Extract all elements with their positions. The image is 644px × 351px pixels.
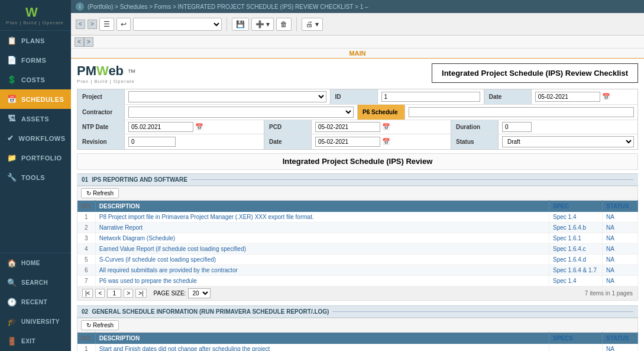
next-page-btn-1[interactable]: > [124, 289, 133, 298]
last-page-btn-1[interactable]: >| [135, 289, 146, 298]
col-no-header-2: NO. [77, 333, 96, 344]
refresh-icon-2: ↻ [86, 322, 91, 329]
costs-icon: 💲 [7, 75, 17, 84]
row-status: NA [603, 233, 638, 244]
collapse-sidebar-button[interactable]: < [76, 20, 85, 29]
current-page-input-1[interactable] [107, 289, 121, 298]
record-select-wrap [133, 18, 222, 31]
sidebar-item-tools-label: TOOLS [21, 174, 45, 181]
sidebar-item-schedules[interactable]: 📅 SCHEDULES [0, 89, 71, 109]
desc-link[interactable]: Start and Finish dates did not change af… [99, 346, 270, 351]
sidebar-item-recent[interactable]: 🕐 RECENT [0, 292, 71, 312]
forms-icon: 📄 [7, 56, 17, 65]
id-input[interactable] [381, 92, 480, 102]
sidebar-item-assets[interactable]: 🏗 ASSETS [0, 109, 71, 128]
toolbar-divider-2 [296, 17, 297, 31]
row-status: NA [603, 265, 638, 276]
sidebar: PMWeb Plan | Build | Operate 📋 PLANS 📄 F… [0, 0, 71, 351]
col-no-header-1: NO. [77, 201, 96, 212]
date2-calendar-icon[interactable]: 📅 [382, 138, 390, 146]
contractor-select[interactable] [128, 107, 354, 118]
sidebar-item-portfolio[interactable]: 📁 PORTFOLIO [0, 148, 71, 168]
row-status: NA [603, 212, 638, 223]
section-1-refresh-button[interactable]: ↻ Refresh [81, 188, 119, 198]
sidebar-item-tools[interactable]: 🔧 TOOLS [0, 168, 71, 187]
ntp-date-value: 📅 [125, 120, 264, 134]
row-spec: Spec 1.6.1 [549, 233, 603, 244]
form-row-4: Revision Date 📅 Status Draft [77, 134, 637, 149]
duration-input[interactable] [502, 122, 532, 132]
form-row-1: Project ID Date 📅 [77, 89, 637, 105]
ntp-date-input[interactable] [128, 122, 193, 132]
desc-link[interactable]: P8 Project import file in Primavera Proj… [99, 214, 314, 220]
prev-page-btn-1[interactable]: < [95, 289, 105, 298]
record-select[interactable] [133, 18, 222, 31]
search-icon: 🔍 [7, 278, 17, 287]
sidebar-item-university[interactable]: 🎓 UNIVERSITY [0, 312, 71, 331]
desc-link[interactable]: Network Diagram (Schedule) [99, 235, 175, 241]
toolbar-divider-1 [226, 17, 227, 31]
hamburger-menu-button[interactable]: ☰ [99, 18, 114, 31]
form-main-title: Integrated Project Schedule (IPS) Review [77, 153, 638, 170]
row-status: NA [603, 223, 638, 233]
desc-link[interactable]: P6 was used to prepare the schedule [99, 278, 197, 284]
sidebar-item-forms[interactable]: 📄 FORMS [0, 50, 71, 70]
section-2-title: GENERAL SCHEDULE INFORMATION (RUN PRIMAV… [92, 308, 329, 315]
sidebar-item-plans[interactable]: 📋 PLANS [0, 31, 71, 50]
save-button[interactable]: 💾 [232, 18, 249, 31]
table-row: 1 P8 Project import file in Primavera Pr… [77, 212, 638, 223]
section-2-number: 02 [82, 308, 88, 315]
toolbar: < > ☰ ↩ 💾 ➕ ▾ 🗑 🖨 ▾ [71, 13, 644, 36]
pcd-calendar-icon[interactable]: 📅 [382, 123, 390, 131]
plans-icon: 📋 [7, 36, 17, 45]
table-row: 6 All required submittals are provided b… [77, 265, 638, 276]
delete-button[interactable]: 🗑 [276, 18, 292, 31]
collapse-content-button[interactable]: < [75, 37, 84, 47]
revision-label: Revision [77, 134, 125, 149]
col-status-header-1: STATUS [603, 201, 638, 212]
tools-icon: 🔧 [7, 173, 17, 182]
form-header: PMWeb ™ Plan | Build | Operate Integrate… [77, 63, 638, 84]
p6-schedule-input[interactable] [409, 107, 634, 117]
date-value: 📅 [532, 89, 637, 104]
sidebar-item-search[interactable]: 🔍 SEARCH [0, 273, 71, 292]
desc-link[interactable]: Earned Value Report (if schedule cost lo… [99, 246, 246, 252]
expand-content-button[interactable]: > [84, 37, 93, 47]
project-select[interactable] [128, 91, 326, 102]
sidebar-logo: PMWeb Plan | Build | Operate [0, 0, 71, 31]
ntp-calendar-icon[interactable]: 📅 [195, 123, 203, 131]
sidebar-item-workflows[interactable]: ✔ WORKFLOWS [0, 128, 71, 148]
sidebar-item-forms-label: FORMS [21, 57, 46, 64]
section-2-refresh-button[interactable]: ↻ Refresh [81, 320, 119, 330]
desc-link[interactable]: S-Curves (if schedule cost loading speci… [99, 256, 216, 263]
desc-link[interactable]: All required submittals are provided by … [99, 267, 238, 273]
row-status: NA [603, 255, 638, 265]
row-no: 7 [77, 276, 96, 286]
revision-input[interactable] [128, 137, 176, 147]
col-specs-header-2: SPECS [549, 333, 603, 344]
status-select[interactable]: Draft [502, 136, 634, 147]
date2-input[interactable] [315, 137, 380, 147]
sidebar-item-costs-label: COSTS [21, 76, 45, 83]
undo-button[interactable]: ↩ [116, 18, 131, 31]
sidebar-item-home[interactable]: 🏠 HOME [0, 253, 71, 273]
expand-sidebar-button[interactable]: > [88, 20, 97, 29]
id-value [378, 89, 484, 104]
page-size-select-1[interactable]: 20 50 [188, 288, 211, 298]
date-input[interactable] [535, 92, 600, 102]
first-page-btn-1[interactable]: |< [82, 289, 93, 298]
sidebar-item-portfolio-label: PORTFOLIO [21, 154, 62, 162]
sidebar-logo-text: PMWeb [6, 5, 65, 20]
desc-link[interactable]: Narrative Report [99, 224, 143, 231]
row-spec: Spec 1.4 [549, 276, 603, 286]
sidebar-item-university-label: UNIVERSITY [21, 318, 60, 325]
date-calendar-icon[interactable]: 📅 [602, 93, 610, 101]
sidebar-item-exit[interactable]: 🚪 EXIT [0, 331, 71, 351]
add-button[interactable]: ➕ ▾ [251, 18, 274, 31]
pcd-input[interactable] [315, 122, 380, 132]
ntp-date-label: NTP Date [77, 120, 125, 134]
row-status: NA [603, 244, 638, 255]
print-button[interactable]: 🖨 ▾ [302, 18, 322, 31]
sidebar-item-costs[interactable]: 💲 COSTS [0, 70, 71, 89]
row-status: NA [603, 344, 638, 351]
